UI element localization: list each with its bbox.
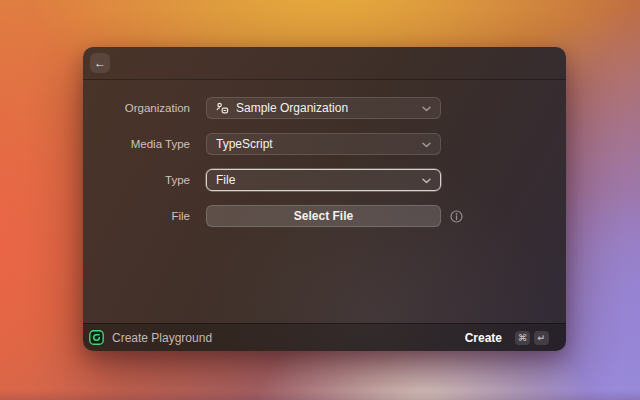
type-label: Type [83, 174, 190, 186]
chevron-down-icon [422, 137, 431, 151]
create-playground-extension-icon [89, 330, 104, 345]
create-action[interactable]: Create [465, 331, 502, 345]
media-type-dropdown[interactable]: TypeScript [206, 133, 441, 155]
footer-actions: Create ⌘ ↵ [465, 331, 549, 345]
back-arrow-icon: ← [94, 53, 106, 73]
form-row-file: File Select File [83, 205, 566, 227]
organization-dropdown[interactable]: Sample Organization [206, 97, 441, 119]
chevron-down-icon [422, 101, 431, 115]
organization-label: Organization [83, 102, 190, 114]
media-type-label: Media Type [83, 138, 190, 150]
file-label: File [83, 210, 190, 222]
dialog-header: ← [83, 47, 566, 80]
return-key-icon: ↵ [534, 331, 549, 345]
form: Organization Sample Organization [83, 80, 566, 227]
form-row-organization: Organization Sample Organization [83, 97, 566, 119]
info-icon [450, 210, 463, 223]
form-row-media-type: Media Type TypeScript [83, 133, 566, 155]
extension-name: Create Playground [112, 331, 212, 345]
type-value: File [216, 173, 235, 187]
command-key-icon: ⌘ [515, 331, 530, 345]
form-row-type: Type File [83, 169, 566, 191]
media-type-value: TypeScript [216, 137, 273, 151]
select-file-label: Select File [294, 209, 353, 223]
dialog-footer: Create Playground Create ⌘ ↵ [83, 323, 566, 351]
desktop-background: ← Organization Sample Organization [0, 0, 640, 400]
create-playground-dialog: ← Organization Sample Organization [83, 47, 566, 351]
select-file-button[interactable]: Select File [206, 205, 441, 227]
chevron-down-icon [422, 173, 431, 187]
type-dropdown[interactable]: File [206, 169, 441, 191]
organization-value: Sample Organization [236, 101, 348, 115]
organization-icon [216, 102, 229, 115]
back-button[interactable]: ← [90, 53, 110, 73]
